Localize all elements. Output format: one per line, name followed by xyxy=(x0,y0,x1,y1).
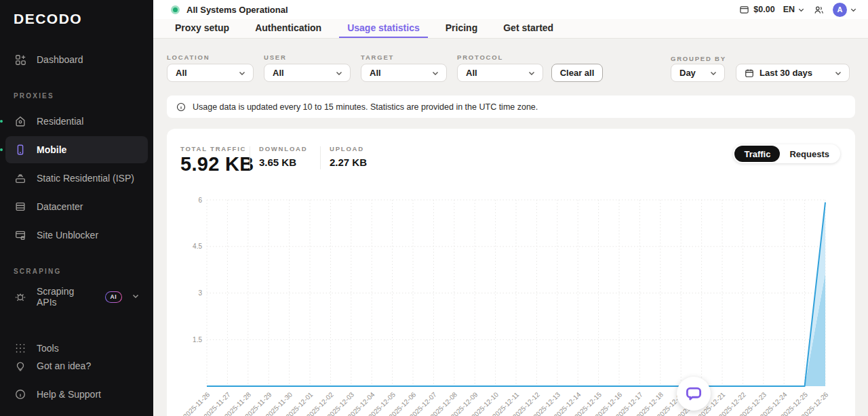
system-status: All Systems Operational xyxy=(171,5,288,15)
site-unblocker-icon xyxy=(14,228,27,242)
grouped-by-label: GROUPED BY xyxy=(671,55,726,62)
download-value: 3.65 KB xyxy=(259,157,296,168)
chat-widget-button[interactable] xyxy=(677,377,711,411)
balance-amount: $0.00 xyxy=(753,5,774,14)
upload-value: 2.27 KB xyxy=(330,157,367,168)
upload-label: UPLOAD xyxy=(330,145,364,152)
online-dot xyxy=(0,148,3,151)
sidebar-item-label: Static Residential (ISP) xyxy=(37,173,134,184)
sidebar-item-residential[interactable]: Residential xyxy=(5,108,148,135)
sidebar-section-scraping: SCRAPING xyxy=(0,250,153,282)
sidebar-item-mobile[interactable]: Mobile xyxy=(5,136,148,163)
date-range-select[interactable]: Last 30 days xyxy=(736,64,850,82)
sidebar-item-site-unblocker[interactable]: Site Unblocker xyxy=(5,222,148,249)
tab-usage-statistics[interactable]: Usage statistics xyxy=(339,19,428,38)
usage-notice: Usage data is updated every 10 to 15 min… xyxy=(167,96,855,118)
datacenter-icon xyxy=(14,200,27,213)
isp-router-icon xyxy=(14,171,27,185)
ai-badge: AI xyxy=(105,291,123,303)
usage-chart: 1.534.562025-11-262025-11-272025-11-2820… xyxy=(167,190,855,416)
user-filter-label: USER xyxy=(264,54,287,61)
traffic-requests-toggle: Traffic Requests xyxy=(733,144,840,163)
chevron-down-icon xyxy=(335,69,343,77)
sidebar-section-proxies: PROXIES xyxy=(0,75,153,106)
decodo-logo[interactable]: DECODO xyxy=(0,0,153,27)
target-select[interactable]: All xyxy=(361,64,447,82)
svg-text:6: 6 xyxy=(198,196,202,204)
grouped-by-value: Day xyxy=(679,68,696,78)
help-icon xyxy=(14,388,27,401)
lightbulb-icon xyxy=(14,359,27,373)
total-traffic-label: TOTAL TRAFFIC xyxy=(180,145,246,152)
protocol-filter-label: PROTOCOL xyxy=(457,54,503,61)
download-label: DOWNLOAD xyxy=(259,145,307,152)
sidebar-item-static-residential[interactable]: Static Residential (ISP) xyxy=(5,165,148,192)
svg-text:3: 3 xyxy=(198,289,202,297)
chevron-down-icon xyxy=(431,69,439,77)
date-range-value: Last 30 days xyxy=(760,68,812,78)
tab-pricing[interactable]: Pricing xyxy=(437,19,486,38)
toggle-requests[interactable]: Requests xyxy=(780,146,839,162)
divider xyxy=(250,146,250,169)
chevron-down-icon[interactable] xyxy=(132,291,140,302)
sidebar-item-label: Help & Support xyxy=(37,389,101,400)
tab-get-started[interactable]: Get started xyxy=(495,19,561,38)
sidebar-footer: Got an idea? Help & Support xyxy=(0,351,153,409)
total-traffic-value: 5.92 KB xyxy=(180,153,254,175)
wallet-icon xyxy=(739,5,749,15)
tab-proxy-setup[interactable]: Proxy setup xyxy=(167,19,237,38)
chevron-down-icon xyxy=(850,6,857,14)
grouped-by-select[interactable]: Day xyxy=(671,64,725,82)
sidebar-item-label: Mobile xyxy=(37,144,66,155)
status-ok-icon xyxy=(171,5,180,14)
chevron-down-icon xyxy=(709,69,717,77)
protocol-value: All xyxy=(466,68,477,78)
tabbar: Proxy setup Authentication Usage statist… xyxy=(153,19,868,39)
sidebar-item-datacenter[interactable]: Datacenter xyxy=(5,193,148,220)
svg-text:4.5: 4.5 xyxy=(193,243,202,250)
sidebar-item-help-support[interactable]: Help & Support xyxy=(5,381,148,408)
sidebar-item-label: Dashboard xyxy=(37,54,83,65)
chart-area: 1.534.562025-11-262025-11-272025-11-2820… xyxy=(167,190,855,416)
sidebar-item-label: Got an idea? xyxy=(37,360,91,371)
sidebar-item-scraping-apis[interactable]: Scraping APIs AI xyxy=(5,283,148,310)
notice-text: Usage data is updated every 10 to 15 min… xyxy=(193,102,538,112)
online-dot xyxy=(0,120,3,123)
protocol-select[interactable]: All xyxy=(457,64,543,82)
sidebar: DECODO Dashboard PROXIES Residential Mob… xyxy=(0,0,153,416)
user-value: All xyxy=(273,68,284,78)
chat-bubble-icon xyxy=(684,384,703,403)
balance-button[interactable]: $0.00 xyxy=(739,5,774,15)
location-value: All xyxy=(176,68,187,78)
language-selector[interactable]: EN xyxy=(783,5,805,14)
avatar[interactable]: A xyxy=(833,3,847,17)
sidebar-item-dashboard[interactable]: Dashboard xyxy=(5,46,148,73)
svg-text:1.5: 1.5 xyxy=(193,336,202,344)
users-icon[interactable] xyxy=(813,4,825,16)
app-window: DECODO Dashboard PROXIES Residential Mob… xyxy=(0,0,868,416)
usage-card: TOTAL TRAFFIC 5.92 KB DOWNLOAD 3.65 KB U… xyxy=(167,129,855,416)
residential-icon xyxy=(14,115,27,128)
sidebar-item-label: Datacenter xyxy=(37,201,83,212)
chevron-down-icon xyxy=(238,69,246,77)
chevron-down-icon xyxy=(834,69,842,77)
toggle-traffic[interactable]: Traffic xyxy=(734,146,780,162)
account-menu[interactable]: A xyxy=(833,3,857,17)
target-filter-label: TARGET xyxy=(361,54,394,61)
sidebar-item-label: Residential xyxy=(37,116,83,127)
info-icon xyxy=(176,102,186,112)
sidebar-item-label: Site Unblocker xyxy=(37,230,98,241)
topbar: All Systems Operational $0.00 EN A xyxy=(153,0,868,19)
mobile-icon xyxy=(14,143,27,157)
target-value: All xyxy=(370,68,381,78)
language-code: EN xyxy=(783,5,795,14)
location-select[interactable]: All xyxy=(167,64,254,82)
sidebar-item-got-an-idea[interactable]: Got an idea? xyxy=(5,352,148,379)
clear-all-button[interactable]: Clear all xyxy=(551,64,603,82)
tab-authentication[interactable]: Authentication xyxy=(247,19,330,38)
chevron-down-icon xyxy=(528,69,536,77)
user-select[interactable]: All xyxy=(264,64,351,82)
main-area: All Systems Operational $0.00 EN A P xyxy=(153,0,868,416)
divider xyxy=(320,146,321,169)
status-text: All Systems Operational xyxy=(186,5,288,15)
